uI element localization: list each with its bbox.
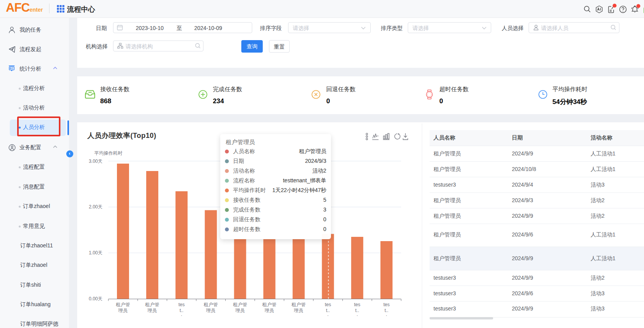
svg-text:租户管: 租户管: [116, 302, 130, 307]
svg-text:3.00天: 3.00天: [89, 159, 103, 164]
svg-text:租户管: 租户管: [233, 302, 247, 307]
svg-text:理员: 理员: [264, 308, 274, 313]
svg-text:.: .: [327, 312, 329, 317]
svg-text:tes: tes: [354, 302, 360, 307]
svg-text:平均操作耗时: 平均操作耗时: [94, 150, 122, 156]
svg-text:理员: 理员: [147, 308, 157, 313]
svg-text:理员: 理员: [294, 308, 303, 313]
svg-text:.: .: [386, 312, 387, 317]
svg-text:0.00天: 0.00天: [89, 296, 103, 302]
svg-text:理员: 理员: [235, 308, 245, 313]
svg-text:理员: 理员: [118, 308, 128, 313]
svg-text:1.00天: 1.00天: [89, 250, 103, 256]
svg-text:理员: 理员: [206, 308, 216, 313]
svg-text:租户管: 租户管: [203, 302, 218, 307]
svg-text:.: .: [181, 312, 182, 317]
svg-text:2.00天: 2.00天: [89, 204, 103, 210]
svg-text:租户管: 租户管: [291, 302, 306, 307]
svg-text:租户管: 租户管: [262, 302, 276, 307]
svg-text:tes: tes: [179, 302, 185, 307]
svg-text:.: .: [357, 312, 358, 317]
svg-text:租户管: 租户管: [145, 302, 159, 307]
svg-text:tes: tes: [325, 302, 331, 307]
svg-text:tes: tes: [383, 302, 389, 307]
